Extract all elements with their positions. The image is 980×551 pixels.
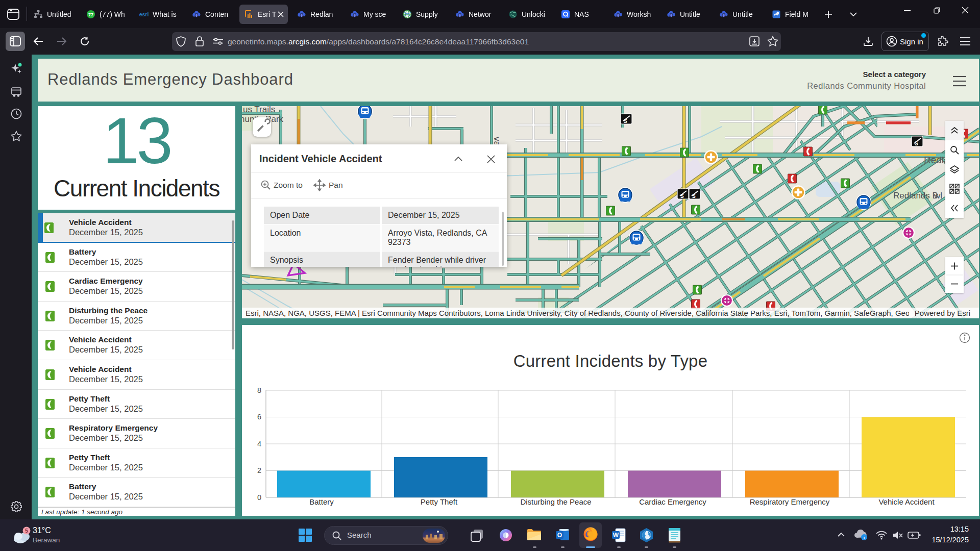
svg-text:O: O bbox=[557, 532, 562, 539]
svg-text:5: 5 bbox=[25, 528, 28, 534]
svg-text:Petty Theft: Petty Theft bbox=[421, 497, 458, 506]
svg-text:Vehicle Accident: Vehicle Accident bbox=[878, 497, 935, 506]
svg-text:i: i bbox=[864, 535, 865, 540]
svg-text:Current Incidents by Type: Current Incidents by Type bbox=[513, 352, 707, 370]
svg-text:Battery: Battery bbox=[309, 497, 334, 506]
svg-text:Disturbing the Peace: Disturbing the Peace bbox=[520, 497, 591, 506]
svg-text:Respiratory Emergency: Respiratory Emergency bbox=[750, 497, 830, 506]
svg-text:8: 8 bbox=[257, 386, 261, 394]
svg-text:esri: esri bbox=[139, 11, 149, 17]
svg-text:Cardiac Emergency: Cardiac Emergency bbox=[639, 497, 706, 506]
svg-text:0: 0 bbox=[257, 493, 261, 502]
svg-text:77: 77 bbox=[88, 12, 93, 17]
svg-text:6: 6 bbox=[257, 413, 261, 421]
svg-text:4: 4 bbox=[257, 440, 261, 448]
svg-text:W: W bbox=[613, 532, 619, 539]
svg-text:2: 2 bbox=[257, 466, 261, 474]
